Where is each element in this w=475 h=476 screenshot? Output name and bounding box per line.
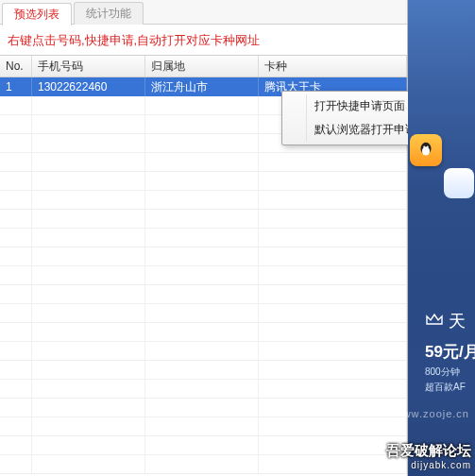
tabs: 预选列表 统计功能 <box>0 0 407 25</box>
main-panel: 预选列表 统计功能 右键点击号码,快捷申请,自动打开对应卡种网址 No. 手机号… <box>0 0 408 476</box>
col-header-no[interactable]: No. <box>0 56 32 76</box>
promo-block: 天 59元/月 800分钟 超百款AF <box>408 308 475 395</box>
app-icon[interactable] <box>444 168 474 198</box>
qq-app-icon[interactable] <box>410 134 442 166</box>
svg-point-1 <box>422 146 430 155</box>
watermark-main: 吾爱破解论坛 <box>386 442 471 458</box>
cell-no: 1 <box>0 77 32 96</box>
col-header-phone[interactable]: 手机号码 <box>32 56 145 76</box>
watermark-sub: dijyabk.com <box>386 460 471 470</box>
cell-phone: 13022622460 <box>32 77 145 96</box>
svg-point-3 <box>427 145 429 147</box>
grid-lines <box>0 96 407 476</box>
watermark-forum: 吾爱破解论坛 dijyabk.com <box>386 442 471 470</box>
right-panel: 天 59元/月 800分钟 超百款AF <box>408 0 475 476</box>
tab-preselect[interactable]: 预选列表 <box>2 3 72 26</box>
promo-line2: 超百款AF <box>425 380 475 395</box>
crown-icon: 天 <box>425 308 475 335</box>
promo-line1: 800分钟 <box>425 365 475 380</box>
cell-region: 浙江舟山市 <box>145 77 259 96</box>
promo-price: 59元/月 <box>425 339 475 365</box>
promo-title: 天 <box>449 312 466 331</box>
col-header-type[interactable]: 卡种 <box>259 56 407 76</box>
watermark-url: www.zooje.cn <box>395 408 469 419</box>
col-header-region[interactable]: 归属地 <box>145 56 259 76</box>
instruction-text: 右键点击号码,快捷申请,自动打开对应卡种网址 <box>0 25 407 55</box>
svg-point-2 <box>423 145 425 147</box>
tab-stats[interactable]: 统计功能 <box>74 2 144 25</box>
table-header: No. 手机号码 归属地 卡种 <box>0 55 407 77</box>
